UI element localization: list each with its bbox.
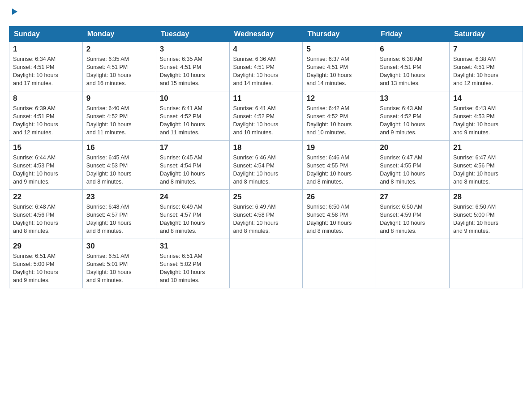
logo: [9, 9, 18, 19]
day-info: Sunrise: 6:37 AM Sunset: 4:51 PM Dayligh…: [306, 55, 372, 88]
day-info: Sunrise: 6:51 AM Sunset: 5:01 PM Dayligh…: [86, 252, 152, 285]
day-number: 12: [306, 94, 372, 103]
calendar-cell: 27 Sunrise: 6:50 AM Sunset: 4:59 PM Dayl…: [376, 189, 450, 239]
day-number: 11: [233, 94, 299, 103]
calendar-cell: 29 Sunrise: 6:51 AM Sunset: 5:00 PM Dayl…: [9, 239, 83, 288]
day-number: 10: [160, 94, 226, 103]
day-number: 18: [233, 143, 299, 152]
day-number: 27: [380, 193, 446, 201]
day-number: 21: [453, 143, 519, 152]
day-info: Sunrise: 6:38 AM Sunset: 4:51 PM Dayligh…: [453, 55, 519, 88]
calendar-week-row: 15 Sunrise: 6:44 AM Sunset: 4:53 PM Dayl…: [9, 140, 523, 189]
day-info: Sunrise: 6:46 AM Sunset: 4:55 PM Dayligh…: [306, 154, 372, 186]
calendar-table: SundayMondayTuesdayWednesdayThursdayFrid…: [9, 26, 523, 288]
day-info: Sunrise: 6:49 AM Sunset: 4:58 PM Dayligh…: [233, 203, 299, 235]
day-info: Sunrise: 6:49 AM Sunset: 4:57 PM Dayligh…: [160, 203, 226, 235]
day-number: 14: [453, 94, 519, 103]
calendar-cell: 17 Sunrise: 6:45 AM Sunset: 4:54 PM Dayl…: [156, 140, 229, 189]
calendar-cell: 25 Sunrise: 6:49 AM Sunset: 4:58 PM Dayl…: [229, 189, 303, 239]
calendar-cell: 23 Sunrise: 6:48 AM Sunset: 4:57 PM Dayl…: [82, 189, 156, 239]
calendar-cell: 7 Sunrise: 6:38 AM Sunset: 4:51 PM Dayli…: [450, 42, 523, 91]
day-number: 1: [13, 45, 79, 54]
calendar-header-wednesday: Wednesday: [229, 26, 303, 42]
day-info: Sunrise: 6:51 AM Sunset: 5:02 PM Dayligh…: [160, 252, 226, 285]
day-number: 15: [13, 143, 79, 152]
calendar-cell: 13 Sunrise: 6:43 AM Sunset: 4:52 PM Dayl…: [376, 91, 450, 140]
day-number: 29: [13, 242, 79, 251]
calendar-cell: 9 Sunrise: 6:40 AM Sunset: 4:52 PM Dayli…: [82, 91, 156, 140]
day-number: 6: [380, 45, 446, 54]
calendar-cell: [376, 239, 450, 288]
day-number: 30: [86, 242, 152, 251]
calendar-header-saturday: Saturday: [450, 26, 523, 42]
logo-arrow-icon: [10, 8, 18, 17]
calendar-cell: 15 Sunrise: 6:44 AM Sunset: 4:53 PM Dayl…: [9, 140, 83, 189]
day-info: Sunrise: 6:35 AM Sunset: 4:51 PM Dayligh…: [160, 55, 226, 88]
calendar-cell: 28 Sunrise: 6:50 AM Sunset: 5:00 PM Dayl…: [450, 189, 523, 239]
calendar-cell: [450, 239, 523, 288]
calendar-cell: 6 Sunrise: 6:38 AM Sunset: 4:51 PM Dayli…: [376, 42, 450, 91]
day-info: Sunrise: 6:44 AM Sunset: 4:53 PM Dayligh…: [13, 154, 79, 186]
calendar-cell: 8 Sunrise: 6:39 AM Sunset: 4:51 PM Dayli…: [9, 91, 83, 140]
day-number: 17: [160, 143, 226, 152]
calendar-week-row: 8 Sunrise: 6:39 AM Sunset: 4:51 PM Dayli…: [9, 91, 523, 140]
calendar-header-tuesday: Tuesday: [156, 26, 229, 42]
calendar-cell: [229, 239, 303, 288]
calendar-header-row: SundayMondayTuesdayWednesdayThursdayFrid…: [9, 26, 523, 42]
day-number: 31: [160, 242, 226, 251]
calendar-cell: 11 Sunrise: 6:41 AM Sunset: 4:52 PM Dayl…: [229, 91, 303, 140]
day-info: Sunrise: 6:50 AM Sunset: 4:59 PM Dayligh…: [380, 203, 446, 235]
calendar-cell: 21 Sunrise: 6:47 AM Sunset: 4:56 PM Dayl…: [450, 140, 523, 189]
svg-marker-0: [12, 9, 17, 15]
day-number: 22: [13, 193, 79, 201]
calendar-cell: 18 Sunrise: 6:46 AM Sunset: 4:54 PM Dayl…: [229, 140, 303, 189]
calendar-header-sunday: Sunday: [9, 26, 83, 42]
calendar-cell: 5 Sunrise: 6:37 AM Sunset: 4:51 PM Dayli…: [303, 42, 376, 91]
calendar-cell: 12 Sunrise: 6:42 AM Sunset: 4:52 PM Dayl…: [303, 91, 376, 140]
day-number: 5: [306, 45, 372, 54]
day-info: Sunrise: 6:39 AM Sunset: 4:51 PM Dayligh…: [13, 104, 79, 137]
calendar-cell: 10 Sunrise: 6:41 AM Sunset: 4:52 PM Dayl…: [156, 91, 229, 140]
day-info: Sunrise: 6:45 AM Sunset: 4:53 PM Dayligh…: [86, 154, 152, 186]
day-info: Sunrise: 6:43 AM Sunset: 4:53 PM Dayligh…: [453, 104, 519, 137]
day-info: Sunrise: 6:47 AM Sunset: 4:55 PM Dayligh…: [380, 154, 446, 186]
page-header: [9, 9, 523, 19]
calendar-week-row: 22 Sunrise: 6:48 AM Sunset: 4:56 PM Dayl…: [9, 189, 523, 239]
day-info: Sunrise: 6:35 AM Sunset: 4:51 PM Dayligh…: [86, 55, 152, 88]
day-number: 26: [306, 193, 372, 201]
day-number: 9: [86, 94, 152, 103]
day-number: 13: [380, 94, 446, 103]
calendar-week-row: 29 Sunrise: 6:51 AM Sunset: 5:00 PM Dayl…: [9, 239, 523, 288]
day-info: Sunrise: 6:41 AM Sunset: 4:52 PM Dayligh…: [160, 104, 226, 137]
day-number: 8: [13, 94, 79, 103]
day-info: Sunrise: 6:38 AM Sunset: 4:51 PM Dayligh…: [380, 55, 446, 88]
day-info: Sunrise: 6:50 AM Sunset: 5:00 PM Dayligh…: [453, 203, 519, 235]
day-number: 20: [380, 143, 446, 152]
day-info: Sunrise: 6:43 AM Sunset: 4:52 PM Dayligh…: [380, 104, 446, 137]
day-number: 4: [233, 45, 299, 54]
calendar-cell: 1 Sunrise: 6:34 AM Sunset: 4:51 PM Dayli…: [9, 42, 83, 91]
day-number: 24: [160, 193, 226, 201]
day-info: Sunrise: 6:48 AM Sunset: 4:57 PM Dayligh…: [86, 203, 152, 235]
day-number: 25: [233, 193, 299, 201]
day-info: Sunrise: 6:42 AM Sunset: 4:52 PM Dayligh…: [306, 104, 372, 137]
calendar-cell: 2 Sunrise: 6:35 AM Sunset: 4:51 PM Dayli…: [82, 42, 156, 91]
day-info: Sunrise: 6:40 AM Sunset: 4:52 PM Dayligh…: [86, 104, 152, 137]
day-number: 3: [160, 45, 226, 54]
calendar-header-friday: Friday: [376, 26, 450, 42]
calendar-cell: 24 Sunrise: 6:49 AM Sunset: 4:57 PM Dayl…: [156, 189, 229, 239]
calendar-cell: 19 Sunrise: 6:46 AM Sunset: 4:55 PM Dayl…: [303, 140, 376, 189]
day-info: Sunrise: 6:48 AM Sunset: 4:56 PM Dayligh…: [13, 203, 79, 235]
day-info: Sunrise: 6:41 AM Sunset: 4:52 PM Dayligh…: [233, 104, 299, 137]
calendar-cell: [303, 239, 376, 288]
calendar-cell: 4 Sunrise: 6:36 AM Sunset: 4:51 PM Dayli…: [229, 42, 303, 91]
calendar-cell: 22 Sunrise: 6:48 AM Sunset: 4:56 PM Dayl…: [9, 189, 83, 239]
calendar-cell: 30 Sunrise: 6:51 AM Sunset: 5:01 PM Dayl…: [82, 239, 156, 288]
day-number: 2: [86, 45, 152, 54]
calendar-cell: 26 Sunrise: 6:50 AM Sunset: 4:58 PM Dayl…: [303, 189, 376, 239]
day-number: 23: [86, 193, 152, 201]
calendar-week-row: 1 Sunrise: 6:34 AM Sunset: 4:51 PM Dayli…: [9, 42, 523, 91]
day-info: Sunrise: 6:47 AM Sunset: 4:56 PM Dayligh…: [453, 154, 519, 186]
day-info: Sunrise: 6:46 AM Sunset: 4:54 PM Dayligh…: [233, 154, 299, 186]
day-info: Sunrise: 6:36 AM Sunset: 4:51 PM Dayligh…: [233, 55, 299, 88]
